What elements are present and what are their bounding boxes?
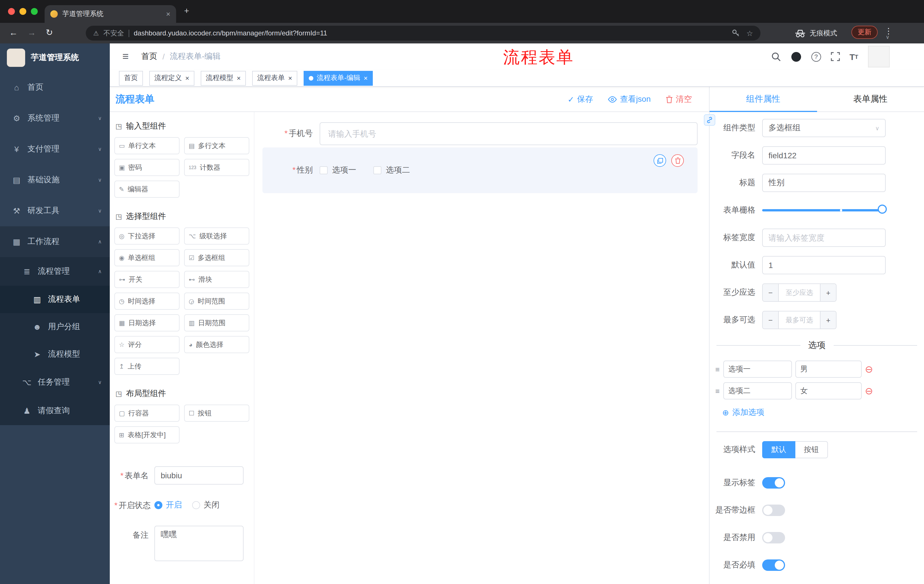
delete-widget-button[interactable] [671, 154, 684, 167]
radio-closed[interactable]: 关闭 [192, 500, 219, 510]
address-bar[interactable]: ⚠ 不安全 dashboard.yudao.iocoder.cn/bpm/man… [86, 26, 761, 41]
sidebar-item-home[interactable]: ⌂ 首页 [0, 72, 110, 103]
checkbox-box[interactable] [373, 166, 381, 174]
chip-cascade-select[interactable]: ⌥级联选择 [184, 227, 249, 245]
clear-button[interactable]: 清空 [665, 94, 692, 104]
sidebar-item-task-management[interactable]: ⌥ 任务管理 ∨ [0, 368, 110, 396]
option-value-input[interactable] [795, 382, 861, 400]
tag-process-form[interactable]: 流程表单 × [252, 71, 297, 86]
tag-process-definition[interactable]: 流程定义 × [149, 71, 195, 86]
chip-password[interactable]: ▣密码 [114, 159, 180, 176]
chip-date-range[interactable]: ▥日期范围 [184, 314, 249, 331]
sidebar-toggle-icon[interactable]: ≡ [122, 50, 129, 63]
gender-widget-selected[interactable]: *性别 选项一 选项二 [262, 147, 698, 193]
sidebar-item-dev-tools[interactable]: ⚒ 研发工具 ∨ [0, 196, 110, 226]
sidebar-item-process-management[interactable]: ≣ 流程管理 ∧ [0, 257, 110, 286]
browser-tab[interactable]: 芋道管理系统 × [45, 5, 176, 23]
chip-row-container[interactable]: ▢行容器 [114, 405, 180, 422]
chip-multi-line-text[interactable]: ▤多行文本 [184, 137, 249, 154]
tab-close-icon[interactable]: × [166, 10, 170, 18]
checkbox-option-1[interactable]: 选项一 [320, 165, 356, 175]
sidebar-logo[interactable]: 芋道管理系统 [0, 43, 110, 72]
copy-widget-button[interactable] [653, 154, 666, 167]
sidebar-item-workflow[interactable]: ▦ 工作流程 ∧ [0, 226, 110, 257]
phone-input[interactable] [320, 122, 698, 145]
reload-icon[interactable]: ↻ [46, 27, 53, 38]
sidebar-item-infrastructure[interactable]: ▤ 基础设施 ∨ [0, 165, 110, 196]
new-tab-button[interactable]: + [184, 6, 189, 15]
chip-checkbox-group[interactable]: ☑多选框组 [184, 249, 249, 266]
chip-color-picker[interactable]: ◕颜色选择 [184, 336, 249, 353]
tab-form-properties[interactable]: 表单属性 [817, 87, 924, 112]
decrease-button[interactable]: − [763, 284, 779, 301]
remove-option-icon[interactable]: ⊖ [865, 386, 873, 396]
increase-button[interactable]: + [820, 284, 836, 301]
add-option-button[interactable]: ⊕ 添加选项 [722, 408, 924, 418]
title-input[interactable] [762, 174, 886, 192]
fullscreen-icon[interactable] [830, 52, 840, 61]
tag-process-form-edit[interactable]: 流程表单-编辑 × [304, 71, 373, 86]
github-icon[interactable] [790, 51, 801, 62]
browser-caret-icon[interactable]: ∨ [886, 34, 889, 40]
remove-option-icon[interactable]: ⊖ [865, 364, 873, 374]
chip-date-picker[interactable]: ▦日期选择 [114, 314, 180, 331]
view-json-button[interactable]: 查看json [608, 94, 651, 104]
browser-update-button[interactable]: 更新 [851, 26, 878, 39]
minimize-window-button[interactable] [20, 8, 26, 15]
save-button[interactable]: ✓ 保存 [568, 94, 593, 104]
bordered-toggle[interactable] [762, 505, 785, 516]
option-label-input[interactable] [723, 360, 792, 378]
chip-time-picker[interactable]: ◷时间选择 [114, 293, 180, 310]
tag-process-model[interactable]: 流程模型 × [201, 71, 246, 86]
style-button-button[interactable]: 按钮 [795, 441, 828, 458]
chip-rate[interactable]: ☆评分 [114, 336, 180, 353]
security-warning-icon[interactable]: ⚠ [93, 30, 99, 37]
chip-editor[interactable]: ✎编辑器 [114, 181, 180, 198]
option-drag-icon[interactable]: ≡ [715, 365, 719, 373]
chip-counter[interactable]: 123计数器 [184, 159, 249, 176]
radio-open[interactable]: 开启 [154, 500, 182, 510]
chip-button[interactable]: ☐按钮 [184, 405, 249, 422]
sidebar-item-process-form[interactable]: ▥ 流程表单 [0, 286, 110, 313]
label-width-input[interactable] [762, 229, 886, 247]
sidebar-item-process-model[interactable]: ➤ 流程模型 [0, 341, 110, 368]
forward-icon[interactable]: → [28, 27, 36, 38]
breadcrumb-home[interactable]: 首页 [141, 51, 157, 62]
style-default-button[interactable]: 默认 [762, 441, 795, 458]
password-key-icon[interactable] [732, 29, 740, 37]
close-window-button[interactable] [8, 8, 15, 15]
required-toggle[interactable] [762, 559, 785, 571]
show-label-toggle[interactable] [762, 477, 785, 489]
font-size-icon[interactable]: TT [850, 52, 858, 61]
option-value-input[interactable] [795, 360, 861, 378]
max-select-value[interactable]: 最多可选 [779, 311, 820, 329]
sidebar-item-user-group[interactable]: ☻ 用户分组 [0, 313, 110, 341]
form-name-input[interactable] [154, 466, 244, 485]
help-icon[interactable]: ? [811, 52, 821, 61]
min-select-value[interactable]: 至少应选 [779, 284, 820, 301]
sidebar-item-payment-management[interactable]: ¥ 支付管理 ∨ [0, 134, 110, 165]
chip-slider[interactable]: ⊷滑块 [184, 271, 249, 288]
tag-close-icon[interactable]: × [237, 74, 241, 82]
panel-link-icon[interactable] [704, 114, 715, 126]
component-type-select[interactable]: 多选框组 ∨ [762, 119, 886, 137]
search-icon[interactable] [771, 52, 781, 61]
chip-time-range[interactable]: ◶时间范围 [184, 293, 249, 310]
user-avatar[interactable] [868, 46, 890, 67]
tag-close-icon[interactable]: × [364, 74, 368, 82]
sidebar-item-leave-query[interactable]: ♟ 请假查询 [0, 396, 110, 425]
tag-close-icon[interactable]: × [185, 74, 189, 82]
phone-field-row[interactable]: *手机号 [262, 122, 698, 145]
checkbox-option-2[interactable]: 选项二 [373, 165, 410, 175]
back-icon[interactable]: ← [9, 27, 18, 38]
chip-upload[interactable]: ↥上传 [114, 358, 180, 375]
field-name-input[interactable] [762, 146, 886, 165]
increase-button[interactable]: + [820, 311, 836, 329]
default-value-input[interactable] [762, 256, 886, 274]
disabled-toggle[interactable] [762, 532, 785, 543]
tab-component-properties[interactable]: 组件属性 [710, 87, 817, 112]
chip-dropdown-select[interactable]: ◎下拉选择 [114, 227, 180, 245]
url-text[interactable]: dashboard.yudao.iocoder.cn/bpm/manager/f… [134, 29, 327, 37]
decrease-button[interactable]: − [763, 311, 779, 329]
option-label-input[interactable] [723, 382, 792, 400]
